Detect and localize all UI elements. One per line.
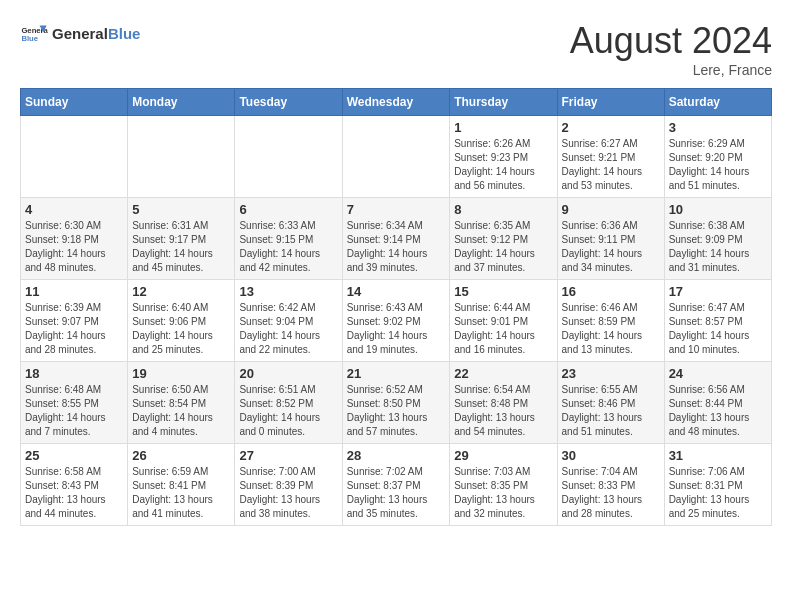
- calendar-cell: 3Sunrise: 6:29 AM Sunset: 9:20 PM Daylig…: [664, 116, 771, 198]
- day-info: Sunrise: 6:36 AM Sunset: 9:11 PM Dayligh…: [562, 219, 660, 275]
- day-number: 27: [239, 448, 337, 463]
- day-info: Sunrise: 6:34 AM Sunset: 9:14 PM Dayligh…: [347, 219, 446, 275]
- day-number: 16: [562, 284, 660, 299]
- day-number: 10: [669, 202, 767, 217]
- day-number: 22: [454, 366, 552, 381]
- day-info: Sunrise: 6:26 AM Sunset: 9:23 PM Dayligh…: [454, 137, 552, 193]
- day-info: Sunrise: 7:02 AM Sunset: 8:37 PM Dayligh…: [347, 465, 446, 521]
- day-info: Sunrise: 6:35 AM Sunset: 9:12 PM Dayligh…: [454, 219, 552, 275]
- day-number: 9: [562, 202, 660, 217]
- calendar-cell: [342, 116, 450, 198]
- day-number: 2: [562, 120, 660, 135]
- calendar-cell: 26Sunrise: 6:59 AM Sunset: 8:41 PM Dayli…: [128, 444, 235, 526]
- header-row: SundayMondayTuesdayWednesdayThursdayFrid…: [21, 89, 772, 116]
- day-of-week-tuesday: Tuesday: [235, 89, 342, 116]
- calendar-cell: 28Sunrise: 7:02 AM Sunset: 8:37 PM Dayli…: [342, 444, 450, 526]
- calendar-cell: 20Sunrise: 6:51 AM Sunset: 8:52 PM Dayli…: [235, 362, 342, 444]
- logo-blue: Blue: [108, 25, 141, 42]
- svg-text:Blue: Blue: [21, 34, 38, 43]
- calendar-cell: 4Sunrise: 6:30 AM Sunset: 9:18 PM Daylig…: [21, 198, 128, 280]
- day-info: Sunrise: 6:48 AM Sunset: 8:55 PM Dayligh…: [25, 383, 123, 439]
- calendar-cell: 16Sunrise: 6:46 AM Sunset: 8:59 PM Dayli…: [557, 280, 664, 362]
- day-info: Sunrise: 6:40 AM Sunset: 9:06 PM Dayligh…: [132, 301, 230, 357]
- calendar-cell: 1Sunrise: 6:26 AM Sunset: 9:23 PM Daylig…: [450, 116, 557, 198]
- week-row-1: 1Sunrise: 6:26 AM Sunset: 9:23 PM Daylig…: [21, 116, 772, 198]
- month-year: August 2024: [570, 20, 772, 62]
- location: Lere, France: [570, 62, 772, 78]
- calendar-cell: 14Sunrise: 6:43 AM Sunset: 9:02 PM Dayli…: [342, 280, 450, 362]
- day-number: 5: [132, 202, 230, 217]
- day-number: 30: [562, 448, 660, 463]
- calendar-cell: 17Sunrise: 6:47 AM Sunset: 8:57 PM Dayli…: [664, 280, 771, 362]
- day-number: 21: [347, 366, 446, 381]
- day-number: 24: [669, 366, 767, 381]
- day-info: Sunrise: 7:03 AM Sunset: 8:35 PM Dayligh…: [454, 465, 552, 521]
- calendar-cell: 27Sunrise: 7:00 AM Sunset: 8:39 PM Dayli…: [235, 444, 342, 526]
- day-of-week-wednesday: Wednesday: [342, 89, 450, 116]
- calendar-cell: 11Sunrise: 6:39 AM Sunset: 9:07 PM Dayli…: [21, 280, 128, 362]
- day-number: 7: [347, 202, 446, 217]
- logo-icon: General Blue: [20, 20, 48, 48]
- day-number: 20: [239, 366, 337, 381]
- calendar-cell: [128, 116, 235, 198]
- logo-general: General: [52, 25, 108, 42]
- day-info: Sunrise: 7:00 AM Sunset: 8:39 PM Dayligh…: [239, 465, 337, 521]
- day-info: Sunrise: 6:44 AM Sunset: 9:01 PM Dayligh…: [454, 301, 552, 357]
- day-info: Sunrise: 6:27 AM Sunset: 9:21 PM Dayligh…: [562, 137, 660, 193]
- week-row-5: 25Sunrise: 6:58 AM Sunset: 8:43 PM Dayli…: [21, 444, 772, 526]
- day-info: Sunrise: 6:29 AM Sunset: 9:20 PM Dayligh…: [669, 137, 767, 193]
- day-number: 29: [454, 448, 552, 463]
- day-number: 13: [239, 284, 337, 299]
- calendar-cell: 9Sunrise: 6:36 AM Sunset: 9:11 PM Daylig…: [557, 198, 664, 280]
- day-info: Sunrise: 6:30 AM Sunset: 9:18 PM Dayligh…: [25, 219, 123, 275]
- day-number: 3: [669, 120, 767, 135]
- day-number: 1: [454, 120, 552, 135]
- day-info: Sunrise: 6:54 AM Sunset: 8:48 PM Dayligh…: [454, 383, 552, 439]
- day-number: 28: [347, 448, 446, 463]
- day-number: 26: [132, 448, 230, 463]
- day-info: Sunrise: 6:55 AM Sunset: 8:46 PM Dayligh…: [562, 383, 660, 439]
- logo: General Blue GeneralBlue: [20, 20, 140, 48]
- day-info: Sunrise: 6:43 AM Sunset: 9:02 PM Dayligh…: [347, 301, 446, 357]
- calendar-cell: [21, 116, 128, 198]
- calendar-cell: 5Sunrise: 6:31 AM Sunset: 9:17 PM Daylig…: [128, 198, 235, 280]
- day-of-week-thursday: Thursday: [450, 89, 557, 116]
- page-header: General Blue GeneralBlue August 2024 Ler…: [20, 20, 772, 78]
- day-number: 15: [454, 284, 552, 299]
- day-info: Sunrise: 6:58 AM Sunset: 8:43 PM Dayligh…: [25, 465, 123, 521]
- calendar-cell: 7Sunrise: 6:34 AM Sunset: 9:14 PM Daylig…: [342, 198, 450, 280]
- calendar-cell: [235, 116, 342, 198]
- day-info: Sunrise: 6:33 AM Sunset: 9:15 PM Dayligh…: [239, 219, 337, 275]
- day-of-week-friday: Friday: [557, 89, 664, 116]
- calendar-cell: 24Sunrise: 6:56 AM Sunset: 8:44 PM Dayli…: [664, 362, 771, 444]
- week-row-4: 18Sunrise: 6:48 AM Sunset: 8:55 PM Dayli…: [21, 362, 772, 444]
- day-number: 8: [454, 202, 552, 217]
- day-number: 4: [25, 202, 123, 217]
- day-info: Sunrise: 6:56 AM Sunset: 8:44 PM Dayligh…: [669, 383, 767, 439]
- day-number: 19: [132, 366, 230, 381]
- calendar-cell: 19Sunrise: 6:50 AM Sunset: 8:54 PM Dayli…: [128, 362, 235, 444]
- day-number: 14: [347, 284, 446, 299]
- calendar-cell: 25Sunrise: 6:58 AM Sunset: 8:43 PM Dayli…: [21, 444, 128, 526]
- calendar-cell: 22Sunrise: 6:54 AM Sunset: 8:48 PM Dayli…: [450, 362, 557, 444]
- calendar-cell: 23Sunrise: 6:55 AM Sunset: 8:46 PM Dayli…: [557, 362, 664, 444]
- calendar-table: SundayMondayTuesdayWednesdayThursdayFrid…: [20, 88, 772, 526]
- day-number: 17: [669, 284, 767, 299]
- week-row-2: 4Sunrise: 6:30 AM Sunset: 9:18 PM Daylig…: [21, 198, 772, 280]
- calendar-cell: 30Sunrise: 7:04 AM Sunset: 8:33 PM Dayli…: [557, 444, 664, 526]
- calendar-cell: 12Sunrise: 6:40 AM Sunset: 9:06 PM Dayli…: [128, 280, 235, 362]
- day-info: Sunrise: 6:52 AM Sunset: 8:50 PM Dayligh…: [347, 383, 446, 439]
- calendar-cell: 8Sunrise: 6:35 AM Sunset: 9:12 PM Daylig…: [450, 198, 557, 280]
- day-info: Sunrise: 6:51 AM Sunset: 8:52 PM Dayligh…: [239, 383, 337, 439]
- day-number: 18: [25, 366, 123, 381]
- day-info: Sunrise: 6:50 AM Sunset: 8:54 PM Dayligh…: [132, 383, 230, 439]
- day-of-week-monday: Monday: [128, 89, 235, 116]
- day-number: 23: [562, 366, 660, 381]
- day-number: 6: [239, 202, 337, 217]
- calendar-cell: 2Sunrise: 6:27 AM Sunset: 9:21 PM Daylig…: [557, 116, 664, 198]
- week-row-3: 11Sunrise: 6:39 AM Sunset: 9:07 PM Dayli…: [21, 280, 772, 362]
- calendar-cell: 15Sunrise: 6:44 AM Sunset: 9:01 PM Dayli…: [450, 280, 557, 362]
- calendar-cell: 31Sunrise: 7:06 AM Sunset: 8:31 PM Dayli…: [664, 444, 771, 526]
- day-info: Sunrise: 6:47 AM Sunset: 8:57 PM Dayligh…: [669, 301, 767, 357]
- day-number: 31: [669, 448, 767, 463]
